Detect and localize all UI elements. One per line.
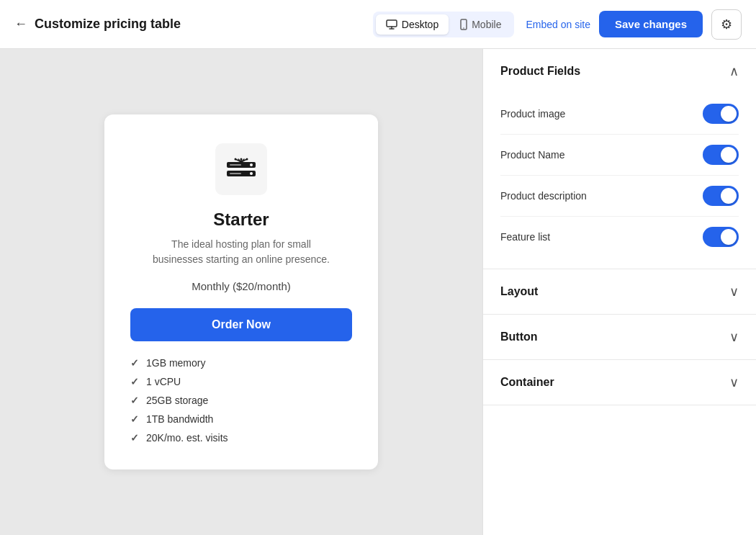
order-now-button[interactable]: Order Now xyxy=(130,308,352,341)
field-label: Product Name xyxy=(500,149,564,161)
expand-icon: ∨ xyxy=(729,329,739,345)
toggle-product-name[interactable] xyxy=(703,145,739,165)
toggle-thumb xyxy=(721,229,737,245)
check-icon: ✓ xyxy=(130,432,139,444)
embed-on-site-link[interactable]: Embed on site xyxy=(526,19,590,30)
button-section: Button ∨ xyxy=(483,315,756,360)
header-right: Embed on site Save changes ⚙ xyxy=(526,9,742,40)
desktop-label: Desktop xyxy=(402,19,438,30)
product-fields-title: Product Fields xyxy=(500,65,580,78)
toggle-thumb xyxy=(721,188,737,204)
desktop-view-button[interactable]: Desktop xyxy=(376,14,449,35)
mobile-label: Mobile xyxy=(472,19,501,30)
settings-button[interactable]: ⚙ xyxy=(711,9,742,40)
svg-rect-0 xyxy=(387,20,397,27)
features-list: ✓1GB memory✓1 vCPU✓25GB storage✓1TB band… xyxy=(130,357,352,444)
toggle-thumb xyxy=(721,106,737,122)
expand-icon: ∨ xyxy=(729,284,739,300)
product-fields-header[interactable]: Product Fields ∧ xyxy=(483,49,756,94)
field-row: Product description xyxy=(500,176,739,217)
plan-name: Starter xyxy=(213,210,269,230)
monitor-icon xyxy=(386,19,397,30)
toggle-feature-list[interactable] xyxy=(703,227,739,247)
back-button[interactable]: ← xyxy=(14,17,27,32)
save-changes-button[interactable]: Save changes xyxy=(599,11,703,37)
mobile-view-button[interactable]: Mobile xyxy=(450,14,511,35)
view-toggle-group: Desktop Mobile xyxy=(373,12,515,37)
collapse-icon: ∧ xyxy=(729,63,739,79)
header-left: ← Customize pricing table xyxy=(14,17,361,32)
pricing-card: Starter The ideal hosting plan for small… xyxy=(104,114,378,469)
svg-rect-8 xyxy=(230,173,241,174)
layout-title: Layout xyxy=(500,285,538,298)
gear-icon: ⚙ xyxy=(721,17,732,32)
button-header[interactable]: Button ∨ xyxy=(483,315,756,359)
field-label: Product image xyxy=(500,108,565,120)
list-item: ✓20K/mo. est. visits xyxy=(130,432,352,444)
fields-container: Product imageProduct NameProduct descrip… xyxy=(483,94,756,269)
field-row: Product Name xyxy=(500,135,739,176)
right-panel: Product Fields ∧ Product imageProduct Na… xyxy=(482,49,756,535)
check-icon: ✓ xyxy=(130,357,139,369)
svg-point-2 xyxy=(463,27,464,29)
plan-price: Monthly ($20/month) xyxy=(192,280,291,292)
container-section: Container ∨ xyxy=(483,360,756,405)
svg-rect-7 xyxy=(230,164,241,166)
plan-description: The ideal hosting plan for small busines… xyxy=(148,237,335,267)
layout-header[interactable]: Layout ∨ xyxy=(483,269,756,314)
svg-point-10 xyxy=(240,158,243,161)
layout-section: Layout ∨ xyxy=(483,269,756,315)
page-title: Customize pricing table xyxy=(35,17,181,32)
check-icon: ✓ xyxy=(130,376,139,387)
product-icon-container xyxy=(215,143,267,195)
toggle-thumb xyxy=(721,147,737,163)
field-row: Feature list xyxy=(500,217,739,257)
list-item: ✓1 vCPU xyxy=(130,376,352,387)
field-row: Product image xyxy=(500,94,739,135)
list-item: ✓25GB storage xyxy=(130,395,352,406)
mobile-icon xyxy=(460,19,467,30)
check-icon: ✓ xyxy=(130,413,139,425)
field-label: Feature list xyxy=(500,231,550,243)
product-fields-section: Product Fields ∧ Product imageProduct Na… xyxy=(483,49,756,269)
button-title: Button xyxy=(500,331,538,343)
list-item: ✓1GB memory xyxy=(130,357,352,369)
server-icon xyxy=(225,158,257,181)
container-header[interactable]: Container ∨ xyxy=(483,360,756,405)
app-header: ← Customize pricing table Desktop Mobile… xyxy=(0,0,756,49)
expand-icon: ∨ xyxy=(729,374,739,390)
toggle-product-description[interactable] xyxy=(703,186,739,206)
check-icon: ✓ xyxy=(130,395,139,406)
field-label: Product description xyxy=(500,190,587,202)
toggle-product-image[interactable] xyxy=(703,104,739,124)
canvas-area: Starter The ideal hosting plan for small… xyxy=(0,49,482,535)
list-item: ✓1TB bandwidth xyxy=(130,413,352,425)
svg-point-5 xyxy=(250,163,253,166)
main-content: Starter The ideal hosting plan for small… xyxy=(0,49,756,535)
container-title: Container xyxy=(500,376,554,389)
svg-point-6 xyxy=(250,172,253,175)
